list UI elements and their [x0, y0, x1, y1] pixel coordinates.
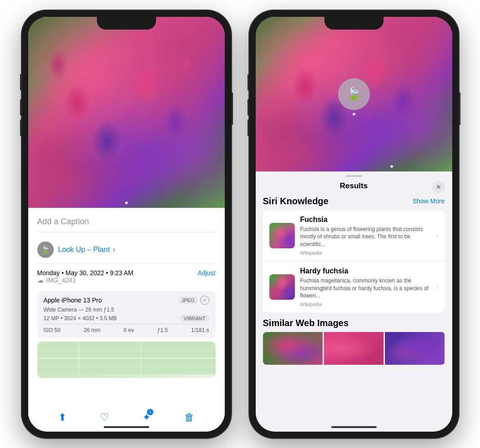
fuchsia-chevron: ›: [436, 232, 439, 239]
device-header: Apple iPhone 13 Pro JPEG ⊙: [44, 296, 209, 305]
mp-text: 12 MP • 3024 × 4032 • 3.5 MB: [44, 315, 117, 322]
knowledge-card: Fuchsia Fuchsia is a genus of flowering …: [263, 210, 445, 313]
results-panel: Results ✕ Siri Knowledge Show More: [256, 171, 452, 432]
right-notch: [324, 17, 384, 30]
info-badge: i: [147, 409, 153, 415]
fuchsia-thumbnail: [269, 223, 295, 248]
lookup-row[interactable]: 🍃 Look Up – Plant ›: [37, 238, 216, 264]
share-button[interactable]: ⬆: [58, 412, 66, 423]
mp-row: 12 MP • 3024 × 4032 • 3.5 MB VIBRANT: [44, 315, 209, 322]
info-panel: Add a Caption 🍃 Look Up – Plant › Monday…: [28, 208, 225, 432]
location-icon: ⊙: [200, 296, 209, 305]
fuchsia-thumb-image: [269, 223, 295, 248]
exif-shutter: 1/181 s: [191, 327, 209, 333]
siri-icon-overlay: 🍃: [338, 78, 370, 110]
adjust-button[interactable]: Adjust: [198, 269, 216, 277]
date-text: Monday • May 30, 2022 • 9:23 AM: [37, 269, 133, 277]
flower-photo-right[interactable]: 🍃: [256, 17, 452, 171]
hardy-thumbnail: [269, 274, 295, 300]
like-button[interactable]: ♡: [100, 412, 109, 423]
web-image-3[interactable]: [385, 332, 445, 365]
left-phone: Add a Caption 🍃 Look Up – Plant › Monday…: [22, 10, 231, 438]
hardy-description: Fuchsia magellanica, commonly known as t…: [300, 277, 431, 300]
map-preview[interactable]: [37, 342, 216, 378]
left-notch: [97, 17, 156, 30]
filename-row: ☁ IMG_4241: [37, 277, 133, 284]
show-more-button[interactable]: Show More: [413, 197, 445, 205]
lookup-text: Look Up – Plant ›: [58, 246, 116, 254]
page-indicator-left: [125, 201, 128, 204]
vibrant-badge: VIBRANT: [180, 315, 209, 322]
exif-ev: 0 ev: [124, 327, 134, 333]
device-card: Apple iPhone 13 Pro JPEG ⊙ Wide Camera —…: [37, 291, 216, 338]
filename-text: IMG_4241: [46, 277, 76, 284]
caption-field[interactable]: Add a Caption: [37, 213, 216, 232]
knowledge-item-hardy[interactable]: Hardy fuchsia Fuchsia magellanica, commo…: [263, 261, 445, 312]
info-button[interactable]: ✦ i: [142, 412, 151, 423]
results-title: Results: [340, 181, 368, 191]
hardy-info: Hardy fuchsia Fuchsia magellanica, commo…: [300, 267, 431, 307]
similar-images-section: Similar Web Images: [263, 318, 445, 365]
left-phone-screen: Add a Caption 🍃 Look Up – Plant › Monday…: [28, 17, 225, 432]
results-content: Siri Knowledge Show More Fuchsia Fuchsia…: [256, 194, 452, 432]
fuchsia-name: Fuchsia: [300, 216, 431, 224]
exif-row: ISO 50 26 mm 0 ev ƒ1.5 1/181 s: [44, 324, 209, 333]
siri-dot: [353, 113, 355, 116]
hardy-source: Wikipedia: [300, 302, 431, 307]
left-screen-content: Add a Caption 🍃 Look Up – Plant › Monday…: [28, 17, 225, 432]
date-row: Monday • May 30, 2022 • 9:23 AM ☁ IMG_42…: [37, 269, 216, 289]
fuchsia-source: Wikipedia: [300, 250, 431, 256]
fuchsia-info: Fuchsia Fuchsia is a genus of flowering …: [300, 216, 431, 256]
web-image-1[interactable]: [263, 332, 323, 365]
knowledge-item-fuchsia[interactable]: Fuchsia Fuchsia is a genus of flowering …: [263, 210, 445, 261]
exif-iso: ISO 50: [44, 327, 61, 333]
cloud-icon: ☁: [37, 277, 44, 284]
right-phone-screen: 🍃 Results ✕ Siri Knowledge Show More: [256, 17, 452, 432]
hardy-thumb-image: [269, 274, 295, 300]
device-name: Apple iPhone 13 Pro: [44, 297, 102, 304]
siri-knowledge-title: Siri Knowledge: [263, 196, 328, 206]
device-badges: JPEG ⊙: [179, 296, 209, 305]
lookup-chevron: ›: [113, 246, 115, 253]
trash-button[interactable]: 🗑: [184, 412, 194, 423]
similar-images-title: Similar Web Images: [263, 318, 445, 328]
lookup-icon: 🍃: [37, 242, 54, 258]
fuchsia-description: Fuchsia is a genus of flowering plants t…: [300, 226, 431, 248]
camera-specs: Wide Camera — 26 mm ƒ1.5: [44, 307, 209, 313]
page-indicator-right: [390, 165, 393, 168]
home-indicator-right: [331, 426, 377, 428]
flower-photo-left[interactable]: [28, 17, 225, 208]
results-close-button[interactable]: ✕: [432, 181, 445, 193]
hardy-name: Hardy fuchsia: [300, 267, 431, 275]
siri-knowledge-header: Siri Knowledge Show More: [263, 196, 445, 206]
home-indicator-left: [104, 426, 149, 428]
exif-mm: 26 mm: [84, 327, 101, 333]
web-images-grid: [263, 332, 445, 365]
web-image-2[interactable]: [324, 332, 384, 365]
exif-aperture: ƒ1.5: [157, 327, 168, 333]
results-header: Results ✕: [256, 177, 452, 194]
jpeg-badge: JPEG: [179, 297, 197, 304]
hardy-chevron: ›: [436, 283, 439, 291]
right-phone: 🍃 Results ✕ Siri Knowledge Show More: [249, 10, 459, 438]
bottom-toolbar: ⬆ ♡ ✦ i 🗑: [28, 408, 225, 423]
right-screen-content: 🍃 Results ✕ Siri Knowledge Show More: [256, 17, 452, 432]
siri-leaf-icon: 🍃: [346, 86, 362, 101]
